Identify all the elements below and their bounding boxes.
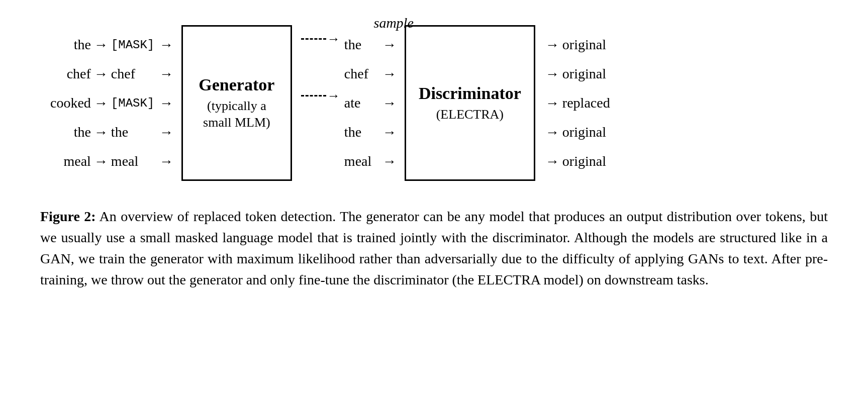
diagram-area: sample the chef cooked the meal [MASK]	[20, 15, 848, 201]
masked-row-2: [MASK]	[111, 88, 176, 118]
masked-row-1: chef	[111, 59, 176, 88]
input-token-4: meal	[51, 153, 91, 169]
output-row-0: original	[542, 30, 613, 59]
dashed-arrowhead-mid: →	[327, 88, 340, 104]
sampled-token-4: meal	[344, 153, 379, 169]
arrow-out-4	[545, 153, 559, 169]
arrow-samp-1	[382, 66, 397, 82]
discriminator-title: Discriminator	[419, 83, 521, 104]
arrow-in-2	[94, 95, 108, 111]
input-row-0: the	[51, 30, 111, 59]
sampled-row-0: the	[344, 30, 400, 59]
arrow-samp-2	[382, 95, 397, 111]
dashed-line-top	[301, 38, 326, 40]
generator-subtitle: (typically asmall MLM)	[203, 97, 270, 132]
sampled-row-2: ate	[344, 88, 400, 118]
dashed-arrow-top: →	[301, 32, 340, 47]
input-row-3: the	[51, 118, 111, 147]
arrow-out-0	[545, 37, 559, 53]
discriminator-box: Discriminator (ELECTRA)	[405, 25, 535, 181]
input-row-2: cooked	[50, 88, 111, 118]
output-row-2: replaced	[542, 88, 613, 118]
dashed-arrow-mid: →	[301, 88, 340, 104]
input-token-column: the chef cooked the meal	[50, 30, 111, 176]
masked-row-0: [MASK]	[111, 30, 176, 59]
output-row-3: original	[542, 118, 613, 147]
masked-token-column: [MASK] chef [MASK] the meal	[111, 30, 176, 176]
arrow-samp-0	[382, 37, 397, 53]
sampled-row-1: chef	[344, 59, 400, 88]
masked-token-4: meal	[111, 153, 156, 169]
input-row-4: meal	[51, 147, 111, 176]
sampled-token-3: the	[344, 124, 379, 140]
output-label-2: replaced	[562, 95, 613, 111]
sampled-token-column: the chef ate the meal	[344, 30, 400, 176]
masked-row-3: the	[111, 118, 176, 147]
arrow-mask-0	[159, 37, 173, 53]
arrow-in-1	[94, 66, 108, 82]
dashed-arrows-container: → →	[301, 25, 340, 181]
arrow-out-2	[545, 95, 559, 111]
dashed-line-mid	[301, 95, 326, 96]
output-label-4: original	[562, 153, 613, 169]
sampled-token-0: the	[344, 37, 379, 53]
output-row-4: original	[542, 147, 613, 176]
masked-token-3: the	[111, 124, 156, 140]
caption-text: An overview of replaced token detection.…	[40, 209, 828, 287]
sampled-token-2: ate	[344, 95, 379, 111]
sampled-row-4: meal	[344, 147, 400, 176]
arrow-mask-3	[159, 124, 173, 140]
arrow-samp-3	[382, 124, 397, 140]
input-token-0: the	[51, 37, 91, 53]
output-label-0: original	[562, 37, 613, 53]
discriminator-subtitle: (ELECTRA)	[436, 106, 504, 123]
masked-token-1: chef	[111, 66, 156, 82]
output-column: original original replaced original orig…	[542, 30, 613, 176]
output-row-1: original	[542, 59, 613, 88]
arrow-samp-4	[382, 153, 397, 169]
arrow-mask-4	[159, 153, 173, 169]
input-row-1: chef	[51, 59, 111, 88]
generator-box: Generator (typically asmall MLM)	[181, 25, 292, 181]
masked-token-2: [MASK]	[111, 96, 156, 110]
arrow-out-3	[545, 124, 559, 140]
output-label-1: original	[562, 66, 613, 82]
arrow-out-1	[545, 66, 559, 82]
input-token-3: the	[51, 124, 91, 140]
generator-title: Generator	[199, 75, 274, 95]
sample-label: sample	[374, 15, 414, 31]
sampled-token-1: chef	[344, 66, 379, 82]
arrow-in-0	[94, 37, 108, 53]
figure-caption: Figure 2: An overview of replaced token …	[20, 201, 848, 295]
sampled-row-3: the	[344, 118, 400, 147]
arrow-mask-1	[159, 66, 173, 82]
arrow-in-4	[94, 153, 108, 169]
input-token-1: chef	[51, 66, 91, 82]
dashed-arrowhead-top: →	[327, 32, 340, 47]
masked-row-4: meal	[111, 147, 176, 176]
masked-token-0: [MASK]	[111, 38, 156, 52]
figure-label: Figure 2:	[40, 209, 96, 224]
output-label-3: original	[562, 124, 613, 140]
arrow-mask-2	[159, 95, 173, 111]
arrow-in-3	[94, 124, 108, 140]
input-token-2: cooked	[50, 95, 91, 111]
